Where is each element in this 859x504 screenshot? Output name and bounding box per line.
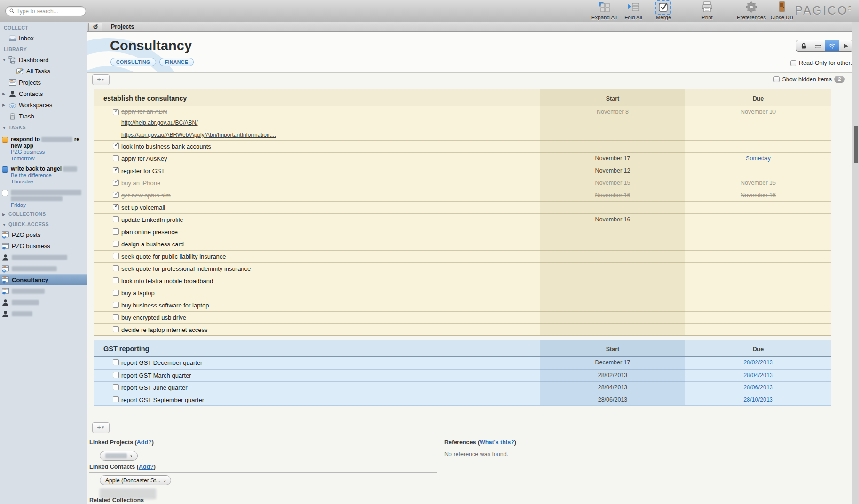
linked-contact-pill[interactable]: Apple (Doncaster St... › [100,475,171,485]
linked-contacts-add-link[interactable]: Add? [139,464,154,470]
disclosure-closed-icon[interactable]: ▶ [2,103,5,107]
row-checkbox[interactable] [113,143,119,149]
sidebar-section-quick-access[interactable]: ▼QUICK-ACCESS [0,219,87,229]
task-row[interactable]: buy an iPhoneNovember 15November 15 [94,177,831,189]
task-row[interactable]: buy a laptop [94,287,831,299]
sidebar-item-contact-redacted-1[interactable] [0,252,87,263]
disclosure-open-icon[interactable]: ▼ [2,126,6,130]
add-item-button-bottom[interactable]: +▼ [92,422,110,433]
row-checkbox[interactable] [113,277,119,284]
task-row[interactable]: register for GSTNovember 12 [94,165,831,177]
task-row[interactable]: apply for AusKeyNovember 17Someday [94,152,831,165]
list-segment[interactable] [811,40,825,51]
task-checkbox[interactable] [2,137,8,143]
column-header-due[interactable]: Due [685,346,831,353]
row-checkbox[interactable] [113,109,119,115]
column-header-start[interactable]: Start [540,346,685,353]
cell-due[interactable]: 28/10/2013 [685,396,831,403]
task-row[interactable]: buy business software for laptop [94,299,831,311]
disclosure-open-icon[interactable]: ▼ [2,223,6,227]
sidebar-item-trash[interactable]: Trash [0,110,87,122]
sidebar-section-collections[interactable]: ▶COLLECTIONS [0,208,87,219]
sidebar-item-contact-redacted-4[interactable] [0,308,87,319]
task-row[interactable]: report GST December quarterDecember 1728… [94,357,831,369]
task-row[interactable]: report GST March quarter28/02/201328/04/… [94,369,831,381]
sidebar-item-dashboard[interactable]: ▼Dashboard [0,54,87,65]
sidebar-item-contacts[interactable]: ▶Contacts [0,88,87,99]
row-checkbox[interactable] [113,241,119,247]
merge-button[interactable]: Merge [646,1,681,20]
row-checkbox[interactable] [113,216,119,222]
sidebar-task-3[interactable]: Friday [2,189,87,209]
add-item-button-top[interactable]: +▼ [92,74,110,85]
play-segment[interactable] [839,40,853,51]
row-checkbox[interactable] [113,192,119,198]
task-row[interactable]: report GST September quarter28/06/201328… [94,394,831,406]
task-row[interactable]: look into telstra mobile broadband [94,275,831,287]
row-checkbox[interactable] [113,314,119,320]
sidebar-item-project-redacted-1[interactable] [0,263,87,274]
task-row[interactable]: plan online presence [94,226,831,238]
task-project-link[interactable]: PZG business [11,149,87,156]
row-checkbox[interactable] [113,180,119,186]
sidebar-item-inbox[interactable]: Inbox [0,32,87,44]
task-row[interactable]: update LinkedIn profileNovember 16 [94,213,831,226]
task-row[interactable]: seek quote for public liability insuranc… [94,250,831,262]
linked-projects-add-link[interactable]: Add? [137,439,152,446]
sidebar-item-project-redacted-2[interactable] [0,285,87,297]
sidebar-item-pzg-business[interactable]: PZG business [0,240,87,252]
row-checkbox[interactable] [113,290,119,296]
task-row[interactable]: design a business card [94,238,831,250]
row-checkbox[interactable] [113,155,119,161]
task-row[interactable]: get new optus simNovember 16November 16 [94,189,831,201]
task-row[interactable]: buy encrypted usb drive [94,311,831,323]
sidebar-item-workspaces[interactable]: ▶Workspaces [0,99,87,110]
cell-due[interactable]: 28/02/2013 [685,359,831,366]
disclosure-closed-icon[interactable]: ▶ [2,213,6,217]
row-checkbox[interactable] [113,396,119,402]
row-checkbox[interactable] [113,228,119,235]
lock-segment[interactable] [796,40,811,51]
whats-this-link[interactable]: What's this? [480,439,514,446]
breadcrumb-projects[interactable]: Projects [111,24,134,30]
sidebar-task-2[interactable]: write back to angel Be the differenceThu… [2,166,87,185]
task-row[interactable]: set up voicemail [94,201,831,213]
sidebar-item-pzg-posts[interactable]: PZG posts [0,229,87,240]
row-checkbox[interactable] [113,372,119,378]
task-row[interactable]: seek quote for professional indemnity in… [94,262,831,275]
sidebar-item-contact-redacted-3[interactable] [0,297,87,308]
back-button[interactable]: ↺ [88,23,102,31]
show-hidden-checkbox[interactable] [773,76,780,82]
task-row[interactable]: decide re laptop internet access [94,323,831,336]
row-checkbox[interactable] [113,384,119,390]
task-row[interactable]: apply for an ABNhttp://help.abr.gov.au/B… [94,106,831,140]
vertical-scrollbar[interactable] [852,22,859,504]
search-box[interactable] [5,6,86,16]
task-row[interactable]: look into business bank accounts [94,140,831,152]
row-checkbox[interactable] [113,204,119,210]
print-button[interactable]: Print [689,1,725,20]
row-url-link[interactable]: https://abr.gov.au/ABRWeb/Apply/Abn/Impo… [121,132,276,138]
scrollbar-thumb[interactable] [854,126,858,163]
row-checkbox[interactable] [113,265,119,271]
tag-finance[interactable]: FINANCE [159,58,194,66]
row-checkbox[interactable] [113,253,119,259]
sidebar-section-tasks[interactable]: ▼TASKS [0,122,87,132]
sharing-segment[interactable] [825,40,839,51]
cell-due[interactable]: 28/04/2013 [685,372,831,378]
task-checkbox[interactable] [2,166,8,173]
cell-due[interactable]: 28/06/2013 [685,384,831,391]
linked-project-pill[interactable]: › [100,451,138,461]
row-url-link[interactable]: http://help.abr.gov.au/BC/ABN/ [121,119,198,126]
row-checkbox[interactable] [113,167,119,173]
row-checkbox[interactable] [113,359,119,365]
row-checkbox[interactable] [113,302,119,308]
sidebar-item-all-tasks[interactable]: All Tasks [0,65,87,77]
column-header-start[interactable]: Start [540,95,685,102]
cell-due[interactable]: Someday [685,155,831,162]
sidebar-task-1[interactable]: respond to renew appPZG businessTomorrow [2,136,87,162]
search-input[interactable] [16,8,78,15]
disclosure-open-icon[interactable]: ▼ [2,58,6,62]
row-checkbox[interactable] [113,326,119,332]
sidebar-item-consultancy[interactable]: Consultancy [0,274,87,285]
